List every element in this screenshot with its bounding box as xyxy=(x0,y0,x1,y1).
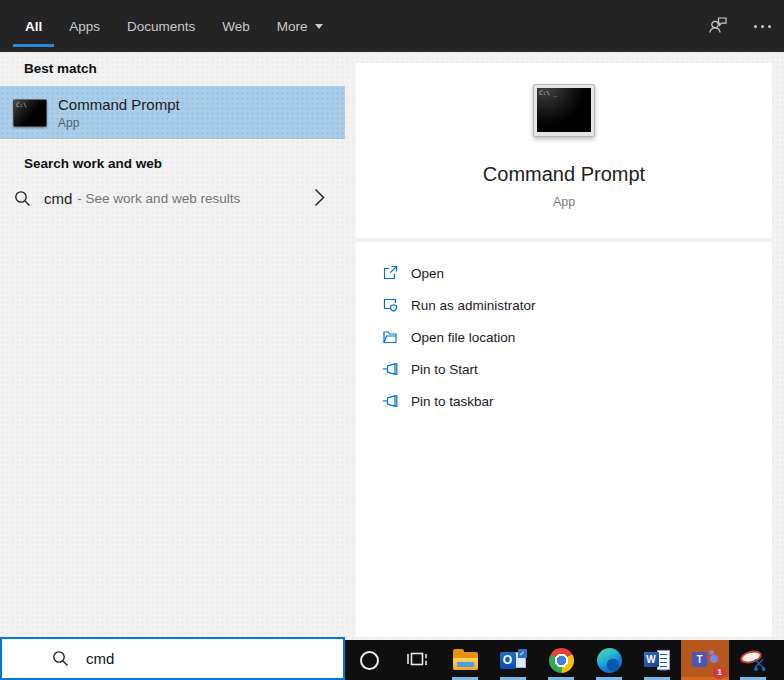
search-input[interactable] xyxy=(86,650,326,667)
results-panel: Best match Command Prompt App Search wor… xyxy=(0,52,345,680)
tab-apps[interactable]: Apps xyxy=(69,0,100,52)
ellipsis-icon xyxy=(754,25,771,28)
edge-icon xyxy=(597,648,622,673)
cortana-icon xyxy=(360,651,379,670)
more-options-button[interactable] xyxy=(740,0,784,52)
pin-icon xyxy=(382,361,398,377)
feedback-button[interactable] xyxy=(696,0,740,52)
search-icon xyxy=(52,650,69,667)
feedback-icon xyxy=(707,14,729,39)
app-title: Command Prompt xyxy=(483,163,645,186)
word-icon: W xyxy=(644,649,671,671)
tab-web-label: Web xyxy=(222,19,250,34)
taskbar-task-view[interactable] xyxy=(393,640,441,680)
taskbar-edge[interactable] xyxy=(585,640,633,680)
search-filter-tabs: All Apps Documents Web More xyxy=(0,0,350,52)
action-label: Open xyxy=(411,266,444,281)
section-heading-best-match: Best match xyxy=(24,61,97,76)
tab-documents-label: Documents xyxy=(127,19,195,34)
tab-apps-label: Apps xyxy=(69,19,100,34)
header-actions xyxy=(696,0,784,52)
action-pin-to-start[interactable]: Pin to Start xyxy=(356,353,772,385)
command-prompt-icon xyxy=(13,99,47,127)
admin-shield-icon xyxy=(382,297,398,313)
chrome-icon xyxy=(549,648,574,673)
tab-more-label: More xyxy=(277,19,308,34)
action-label: Open file location xyxy=(411,330,515,345)
pin-icon xyxy=(382,393,398,409)
action-pin-to-taskbar[interactable]: Pin to taskbar xyxy=(356,385,772,417)
search-box xyxy=(0,637,345,680)
search-header: All Apps Documents Web More xyxy=(0,0,784,52)
suggestion-query: cmd xyxy=(44,190,72,207)
action-label: Pin to Start xyxy=(411,362,478,377)
tab-all[interactable]: All xyxy=(25,0,42,52)
outlook-icon: ✓O xyxy=(500,649,527,672)
action-open[interactable]: Open xyxy=(356,257,772,289)
taskbar-outlook[interactable]: ✓O xyxy=(489,640,537,680)
action-label: Pin to taskbar xyxy=(411,394,494,409)
command-prompt-icon-large xyxy=(533,84,595,137)
taskbar-snipping-tool[interactable] xyxy=(729,640,777,680)
taskbar-teams[interactable]: T 1 xyxy=(681,640,729,680)
notification-badge: 1 xyxy=(713,666,726,679)
chevron-down-icon xyxy=(315,24,323,29)
snipping-tool-icon xyxy=(739,648,767,672)
task-view-icon xyxy=(406,648,428,673)
section-heading-search-web: Search work and web xyxy=(24,156,162,171)
tab-documents[interactable]: Documents xyxy=(127,0,195,52)
action-run-as-admin[interactable]: Run as administrator xyxy=(356,289,772,321)
result-title: Command Prompt xyxy=(58,96,180,113)
app-subtitle: App xyxy=(553,195,575,209)
search-icon xyxy=(14,190,31,207)
taskbar: ✓O W T 1 xyxy=(345,640,784,680)
tab-more[interactable]: More xyxy=(277,0,323,52)
tab-all-label: All xyxy=(25,19,42,34)
open-icon xyxy=(382,265,398,281)
action-label: Run as administrator xyxy=(411,298,536,313)
web-search-suggestion[interactable]: cmd - See work and web results xyxy=(0,178,345,218)
folder-open-icon xyxy=(382,329,398,345)
app-details-card: Command Prompt App xyxy=(356,63,772,238)
file-explorer-icon xyxy=(453,650,478,670)
taskbar-file-explorer[interactable] xyxy=(441,640,489,680)
suggestion-description: - See work and web results xyxy=(77,191,240,206)
action-open-file-location[interactable]: Open file location xyxy=(356,321,772,353)
expand-suggestion-button[interactable] xyxy=(314,188,325,210)
taskbar-chrome[interactable] xyxy=(537,640,585,680)
taskbar-word[interactable]: W xyxy=(633,640,681,680)
context-actions-card: Open Run as administrator Open file loca… xyxy=(356,242,772,637)
tab-web[interactable]: Web xyxy=(222,0,250,52)
best-match-result[interactable]: Command Prompt App xyxy=(0,86,345,139)
best-match-text: Command Prompt App xyxy=(58,96,180,130)
taskbar-cortana[interactable] xyxy=(345,640,393,680)
result-subtitle: App xyxy=(58,116,180,130)
chevron-right-icon xyxy=(314,195,325,210)
windows-search-flyout: All Apps Documents Web More Be xyxy=(0,0,784,680)
